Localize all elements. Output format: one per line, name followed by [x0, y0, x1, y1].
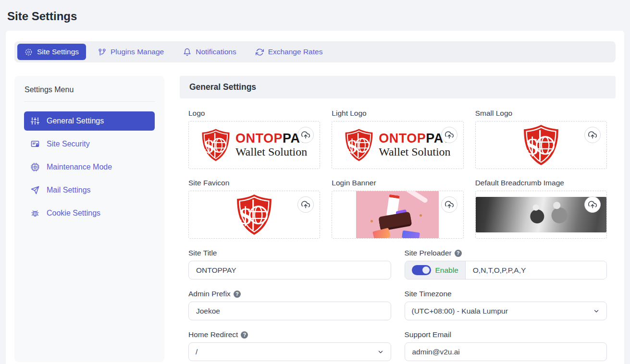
gear-icon [25, 48, 33, 56]
upload-button[interactable] [441, 196, 457, 213]
toggle-label: Enable [435, 266, 458, 275]
upload-label: Logo [188, 109, 320, 118]
sidebar-item-mail-settings[interactable]: Mail Settings [24, 181, 155, 200]
field-label: Admin Prefix [188, 290, 231, 298]
chevron-down-icon [377, 349, 384, 355]
upload-cloud-icon [588, 131, 597, 139]
field-label: Support Email [405, 330, 451, 339]
favicon-upload-dropzone[interactable]: $ [188, 191, 320, 239]
upload-button[interactable] [584, 196, 601, 213]
tab-label: Exchange Rates [268, 48, 323, 56]
upload-cloud-icon [301, 131, 310, 139]
svg-text:$: $ [239, 202, 252, 230]
field-label: Site Preloader [405, 249, 452, 257]
settings-card: Site Settings Plugins Manage Notificatio… [6, 31, 624, 364]
sidebar-item-label: Maintenance Mode [47, 163, 112, 171]
sidebar-item-general-settings[interactable]: General Settings [24, 111, 155, 131]
sidebar-item-maintenance-mode[interactable]: Maintenance Mode [24, 158, 155, 177]
small-logo-upload-dropzone[interactable]: $ [475, 121, 607, 169]
selected-option: (UTC+08:00) - Kuala Lumpur [412, 307, 508, 315]
help-icon [234, 291, 241, 298]
upload-button[interactable] [297, 127, 314, 143]
brand-wordmark: ONTOPPAY [379, 132, 451, 145]
field-site-preloader: Site Preloader Enable [405, 249, 607, 279]
site-title-input[interactable] [188, 261, 391, 279]
upload-button[interactable] [297, 196, 314, 213]
upload-label: Login Banner [332, 179, 463, 187]
upload-button[interactable] [584, 127, 601, 143]
git-branch-icon [98, 48, 106, 56]
upload-cloud-icon [445, 200, 454, 209]
field-site-title: Site Title [188, 249, 391, 279]
admin-prefix-input[interactable] [188, 302, 391, 320]
selected-option: / [196, 348, 198, 356]
brand-tagline: Wallet Solution [379, 146, 451, 158]
sidebar-item-label: General Settings [47, 117, 104, 125]
logo-image: $ ONTOPPAY Wallet Solution [201, 128, 308, 162]
upload-field-breadcrumb-image: Default Breadcrumb Image [475, 179, 607, 239]
tab-label: Plugins Manage [111, 48, 164, 56]
secure-card-icon [31, 140, 39, 148]
login-banner-image [356, 191, 439, 238]
sidebar-item-label: Site Security [47, 140, 90, 148]
upload-button[interactable] [441, 127, 457, 143]
bug-icon [31, 209, 39, 218]
site-preloader-control: Enable [405, 261, 607, 279]
help-icon [455, 250, 462, 257]
brand-wordmark: ONTOPPAY [235, 132, 308, 145]
bell-icon [183, 48, 191, 56]
brand-tagline: Wallet Solution [235, 146, 308, 158]
favicon-image: $ [235, 194, 273, 236]
upload-field-light-logo: Light Logo [332, 109, 463, 169]
sidebar-item-cookie-settings[interactable]: Cookie Settings [24, 204, 155, 223]
field-admin-prefix: Admin Prefix [188, 290, 391, 320]
field-label: Home Redirect [188, 330, 238, 339]
sidebar-item-site-security[interactable]: Site Security [24, 134, 155, 154]
field-label: Site Title [188, 249, 217, 257]
breadcrumb-upload-dropzone[interactable] [475, 191, 607, 239]
login-banner-upload-dropzone[interactable] [332, 191, 463, 239]
site-timezone-select[interactable]: (UTC+08:00) - Kuala Lumpur [405, 302, 607, 320]
send-icon [31, 186, 39, 194]
upload-cloud-icon [445, 131, 454, 139]
sidebar-title: Settings Menu [24, 85, 159, 94]
sidebar-divider [24, 101, 155, 102]
small-logo-image: $ [522, 124, 560, 166]
tab-label: Site Settings [37, 48, 79, 56]
light-logo-upload-dropzone[interactable]: $ ONTOPPAY Wallet Solution [332, 121, 463, 169]
upload-label: Light Logo [332, 109, 463, 118]
upload-field-small-logo: Small Logo [475, 109, 607, 169]
tab-notifications[interactable]: Notifications [176, 44, 243, 60]
upload-field-logo: Logo [188, 109, 320, 169]
home-redirect-select[interactable]: / [188, 342, 391, 361]
help-icon [241, 331, 248, 339]
tab-exchange-rates[interactable]: Exchange Rates [248, 44, 330, 60]
svg-text:$: $ [347, 135, 357, 157]
preloader-toggle-group: Enable [405, 261, 466, 279]
field-site-timezone: Site Timezone (UTC+08:00) - Kuala Lumpur [405, 290, 607, 320]
preloader-text-input[interactable] [466, 261, 606, 279]
page-title: Site Settings [0, 0, 630, 31]
support-email-input[interactable] [405, 342, 607, 361]
settings-sidebar: Settings Menu General Settings [14, 76, 164, 362]
upload-label: Site Favicon [188, 179, 320, 187]
sliders-icon [31, 117, 39, 125]
upload-label: Small Logo [475, 109, 607, 118]
light-logo-image: $ ONTOPPAY Wallet Solution [344, 128, 451, 162]
exchange-icon [256, 48, 264, 56]
sidebar-item-label: Mail Settings [47, 186, 91, 194]
panel-title: General Settings [180, 76, 616, 98]
settings-tabbar: Site Settings Plugins Manage Notificatio… [14, 41, 616, 62]
field-home-redirect: Home Redirect / [188, 330, 391, 361]
tab-plugins-manage[interactable]: Plugins Manage [91, 44, 171, 60]
logo-upload-dropzone[interactable]: $ ONTOPPAY Wallet Solution [188, 121, 320, 169]
upload-field-site-favicon: Site Favicon [188, 179, 320, 239]
preloader-toggle[interactable] [412, 265, 431, 275]
general-settings-panel: General Settings Logo [180, 76, 616, 361]
sidebar-item-label: Cookie Settings [47, 209, 100, 218]
field-support-email: Support Email [405, 330, 607, 361]
field-label: Site Timezone [405, 290, 452, 298]
tab-site-settings[interactable]: Site Settings [17, 44, 86, 60]
svg-text:$: $ [526, 133, 539, 160]
svg-text:$: $ [204, 135, 213, 157]
